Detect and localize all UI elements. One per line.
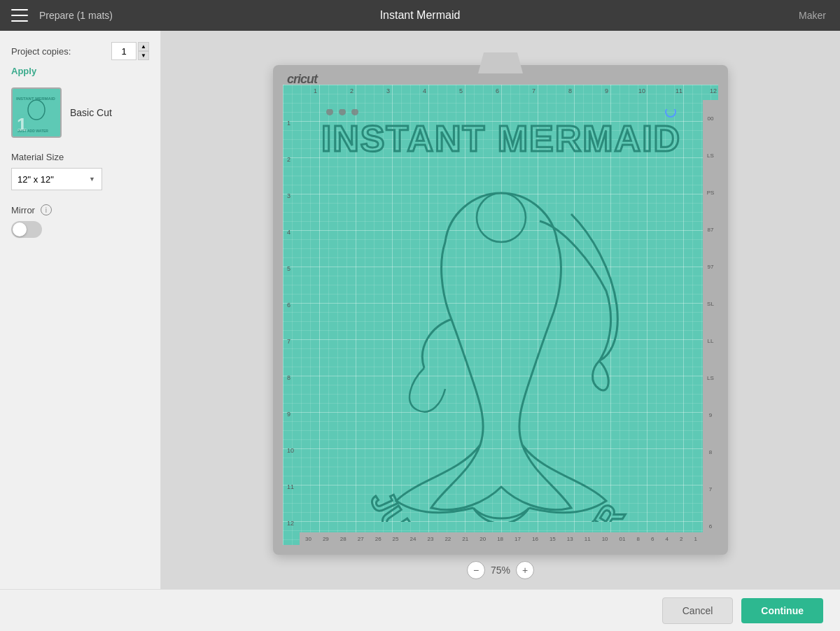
right-r-4: 87 xyxy=(708,227,714,233)
project-copies-input[interactable] xyxy=(111,42,136,60)
sidebar: Project copies: ▲ ▼ Apply 1 INSTANT MERM… xyxy=(0,31,161,589)
menu-icon[interactable] xyxy=(11,9,28,22)
mat-item: 1 INSTANT MERMAID JUST ADD WATER Basic C… xyxy=(11,87,149,138)
mat-label: Basic Cut xyxy=(70,107,112,118)
copies-input-wrap: ▲ ▼ xyxy=(111,42,149,60)
mirror-label: Mirror xyxy=(11,205,35,215)
machine-label: Maker xyxy=(799,10,826,21)
zoom-controls: − 75% + xyxy=(467,561,534,579)
window-title: Prepare (1 mats) xyxy=(39,10,113,21)
material-size-label: Material Size xyxy=(11,152,149,162)
material-size-select-wrap: 12" x 12" 12" x 24" Custom xyxy=(11,168,102,190)
right-r-3: PS xyxy=(707,190,715,196)
toggle-wrap xyxy=(11,221,149,238)
project-copies-row: Project copies: ▲ ▼ xyxy=(11,42,149,60)
mermaid-silhouette xyxy=(396,193,617,522)
mirror-row: Mirror i xyxy=(11,204,149,215)
mermaid-design-svg: INSTANT MERMAID xyxy=(323,109,680,522)
svg-point-6 xyxy=(477,193,526,242)
svg-text:INSTANT MERMAID: INSTANT MERMAID xyxy=(16,97,56,101)
design-area: INSTANT MERMAID xyxy=(300,99,703,532)
mirror-toggle[interactable] xyxy=(11,221,42,238)
mirror-info-icon[interactable]: i xyxy=(41,204,52,215)
svg-text:JUST ADD WATER: JUST ADD WATER xyxy=(18,129,48,133)
header: Prepare (1 mats) Instant Mermaid Maker xyxy=(0,0,840,31)
svg-point-9 xyxy=(339,109,346,115)
ruler-right-border: 00 LS PS 87 97 SL LL LS 9 8 7 6 xyxy=(703,100,718,545)
svg-point-10 xyxy=(351,109,358,115)
main-layout: Project copies: ▲ ▼ Apply 1 INSTANT MERM… xyxy=(0,31,840,589)
copies-decrement[interactable]: ▼ xyxy=(138,51,149,60)
app-name: Instant Mermaid xyxy=(380,9,461,22)
right-r-9: 9 xyxy=(709,412,712,418)
apply-button[interactable]: Apply xyxy=(11,66,36,76)
mat-inner: 1 2 3 4 5 6 7 8 9 10 11 12 1 2 3 xyxy=(283,85,718,545)
right-r-12: 6 xyxy=(709,523,712,530)
zoom-out-button[interactable]: − xyxy=(467,561,485,579)
mat-thumbnail: 1 INSTANT MERMAID JUST ADD WATER xyxy=(11,87,62,138)
svg-point-8 xyxy=(326,109,333,115)
right-r-8: LS xyxy=(707,375,714,381)
right-r-6: SL xyxy=(707,301,714,307)
continue-button[interactable]: Continue xyxy=(741,598,823,623)
ruler-bottom-border: 30 29 28 27 26 25 24 23 22 21 20 18 17 1… xyxy=(300,532,703,545)
zoom-level: 75% xyxy=(491,565,510,576)
project-copies-label: Project copies: xyxy=(11,46,111,57)
material-size-select[interactable]: 12" x 12" 12" x 24" Custom xyxy=(11,168,102,190)
right-r-11: 7 xyxy=(709,486,712,492)
svg-point-11 xyxy=(666,109,676,117)
svg-text:INSTANT MERMAID: INSTANT MERMAID xyxy=(323,118,680,159)
cancel-button[interactable]: Cancel xyxy=(662,597,734,624)
toggle-knob xyxy=(13,222,27,236)
zoom-in-button[interactable]: + xyxy=(516,561,534,579)
right-r-1: 00 xyxy=(708,115,714,122)
right-r-2: LS xyxy=(707,153,714,159)
canvas-area: cricut 1 2 3 4 5 6 7 8 9 10 1 xyxy=(161,31,840,589)
footer: Cancel Continue xyxy=(0,589,840,631)
right-r-10: 8 xyxy=(709,449,712,455)
cutting-mat: cricut 1 2 3 4 5 6 7 8 9 10 1 xyxy=(273,65,728,555)
copies-spinners: ▲ ▼ xyxy=(138,42,149,60)
mat-thumbnail-preview: 1 INSTANT MERMAID JUST ADD WATER xyxy=(13,89,60,136)
mat-top-handle xyxy=(472,52,528,73)
right-r-7: LL xyxy=(708,338,714,344)
right-r-5: 97 xyxy=(708,264,714,270)
copies-increment[interactable]: ▲ xyxy=(138,42,149,51)
